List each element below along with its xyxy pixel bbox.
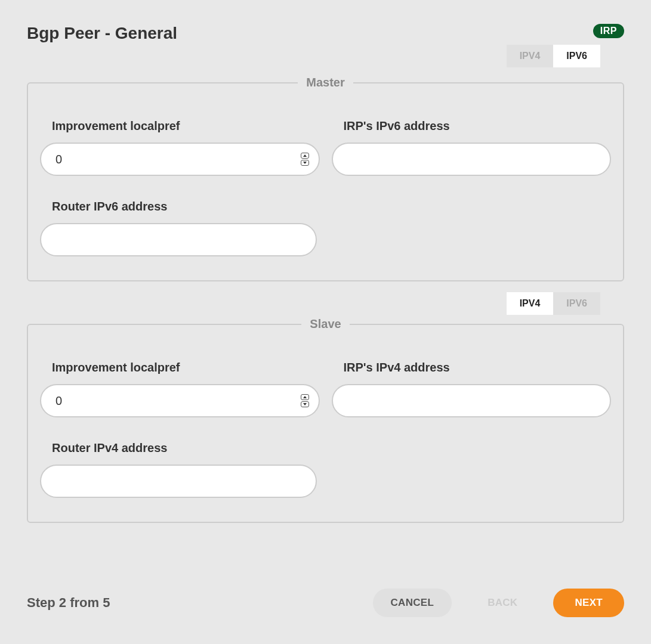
next-button[interactable]: NEXT bbox=[553, 589, 624, 617]
wizard-footer: Step 2 from 5 CANCEL BACK NEXT bbox=[27, 589, 624, 617]
stepper-down-icon[interactable] bbox=[301, 401, 309, 407]
tab-ipv6-master[interactable]: IPV6 bbox=[553, 45, 600, 67]
tab-ipv4-master[interactable]: IPV4 bbox=[507, 45, 554, 67]
master-irp-address-label: IRP's IPv6 address bbox=[332, 119, 612, 133]
tab-ipv4-slave[interactable]: IPV4 bbox=[507, 292, 554, 315]
step-indicator: Step 2 from 5 bbox=[27, 595, 110, 611]
slave-legend: Slave bbox=[301, 317, 349, 331]
master-fieldset: Master Improvement localpref IRP's IPv6 … bbox=[27, 76, 624, 281]
tab-ipv6-slave[interactable]: IPV6 bbox=[553, 292, 600, 315]
slave-localpref-input[interactable] bbox=[40, 384, 320, 417]
cancel-button[interactable]: CANCEL bbox=[373, 589, 452, 617]
page-title: Bgp Peer - General bbox=[27, 24, 177, 43]
slave-irp-address-input[interactable] bbox=[332, 384, 612, 417]
master-ip-tabs: IPV4 IPV6 bbox=[507, 45, 600, 67]
master-router-address-input[interactable] bbox=[40, 223, 317, 256]
stepper-up-icon[interactable] bbox=[301, 153, 309, 159]
slave-router-address-input[interactable] bbox=[40, 465, 317, 498]
stepper-up-icon[interactable] bbox=[301, 394, 309, 400]
master-localpref-input[interactable] bbox=[40, 143, 320, 176]
master-localpref-stepper bbox=[301, 152, 309, 166]
irp-badge: IRP bbox=[593, 24, 624, 38]
master-irp-address-input[interactable] bbox=[332, 143, 612, 176]
slave-router-address-label: Router IPv4 address bbox=[40, 441, 317, 455]
slave-localpref-label: Improvement localpref bbox=[40, 361, 320, 374]
slave-fieldset: Slave Improvement localpref IRP's IPv4 a… bbox=[27, 317, 624, 523]
stepper-down-icon[interactable] bbox=[301, 160, 309, 166]
slave-ip-tabs: IPV4 IPV6 bbox=[507, 292, 600, 315]
slave-localpref-stepper bbox=[301, 394, 309, 408]
back-button[interactable]: BACK bbox=[470, 589, 535, 617]
master-localpref-label: Improvement localpref bbox=[40, 119, 320, 133]
master-legend: Master bbox=[298, 76, 353, 89]
master-router-address-label: Router IPv6 address bbox=[40, 200, 317, 213]
slave-irp-address-label: IRP's IPv4 address bbox=[332, 361, 612, 374]
